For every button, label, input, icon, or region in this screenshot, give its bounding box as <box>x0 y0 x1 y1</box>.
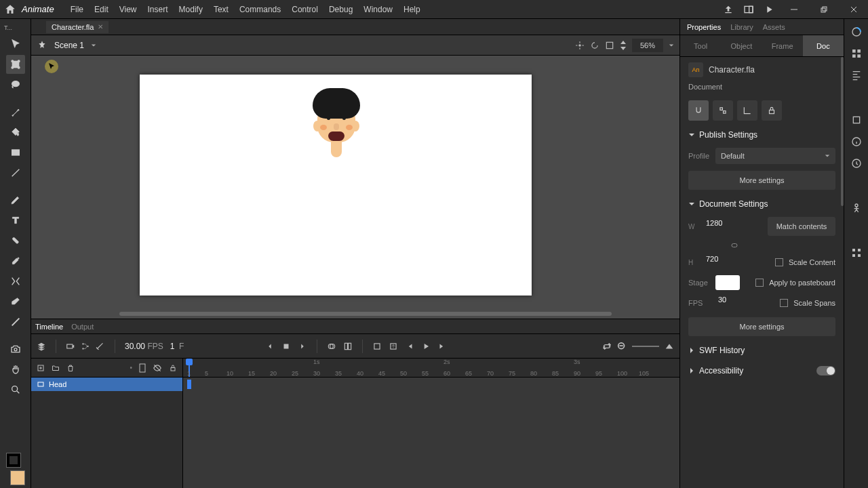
loop-icon[interactable] <box>602 342 612 351</box>
window-close[interactable] <box>844 3 864 16</box>
accessibility-toggle[interactable] <box>816 366 835 375</box>
visibility-icon[interactable] <box>153 363 162 373</box>
play-icon[interactable] <box>421 342 431 351</box>
timeline-zoom-slider[interactable] <box>632 346 659 347</box>
section-accessibility[interactable]: Accessibility <box>680 361 844 381</box>
canvas[interactable] <box>140 75 532 296</box>
fit-timeline-icon[interactable] <box>665 342 674 351</box>
profile-select[interactable]: Default <box>715 148 835 164</box>
step-back-icon[interactable] <box>265 342 275 351</box>
step-forward-icon[interactable] <box>298 342 307 351</box>
scale-spans-checkbox[interactable] <box>780 299 788 307</box>
close-icon[interactable]: ✕ <box>98 23 103 30</box>
paint-bucket-tool[interactable] <box>6 123 25 142</box>
edit-multiple-icon[interactable] <box>343 342 353 351</box>
height-input[interactable]: 720 <box>703 255 744 270</box>
menu-debug[interactable]: Debug <box>323 0 358 19</box>
match-contents-button[interactable]: Match contents <box>768 217 835 236</box>
lock-icon[interactable] <box>169 364 177 372</box>
fps-value[interactable]: 30.00 <box>125 342 145 351</box>
eraser-tool[interactable] <box>6 292 25 311</box>
fill-color-swatch[interactable] <box>10 470 25 485</box>
align-dock-icon[interactable] <box>850 69 863 81</box>
camera-icon[interactable] <box>66 342 75 351</box>
export-icon[interactable] <box>389 342 398 351</box>
menu-view[interactable]: View <box>114 0 142 19</box>
menu-commands[interactable]: Commands <box>234 0 286 19</box>
share-icon[interactable] <box>723 4 734 15</box>
swatches-dock-icon[interactable] <box>850 47 863 60</box>
pen-tool[interactable] <box>6 190 25 209</box>
section-document[interactable]: Document Settings <box>680 194 844 214</box>
zoom-tool[interactable] <box>6 380 25 399</box>
subtab-object[interactable]: Object <box>721 35 762 56</box>
section-swf-history[interactable]: SWF History <box>680 340 844 361</box>
width-tool[interactable] <box>6 312 25 331</box>
apply-pasteboard-checkbox[interactable] <box>755 279 764 287</box>
last-frame-icon[interactable] <box>437 342 447 351</box>
guides-button[interactable] <box>737 100 757 121</box>
tab-properties[interactable]: Properties <box>687 23 721 31</box>
zoom-out-icon[interactable] <box>617 342 627 351</box>
play-test-icon[interactable] <box>764 4 774 15</box>
first-frame-icon[interactable] <box>405 342 414 351</box>
rig-dock-icon[interactable] <box>850 202 863 214</box>
link-dimensions-icon[interactable] <box>730 241 738 249</box>
menu-window[interactable]: Window <box>358 0 398 19</box>
info-dock-icon[interactable] <box>850 136 863 148</box>
tab-timeline[interactable]: Timeline <box>35 323 63 331</box>
eyedropper-tool[interactable] <box>6 251 25 270</box>
character-head[interactable] <box>309 88 363 163</box>
menu-file[interactable]: File <box>65 0 89 19</box>
subtab-frame[interactable]: Frame <box>762 35 803 56</box>
fluid-brush-tool[interactable] <box>6 102 25 121</box>
document-tab[interactable]: Character.fla ✕ <box>46 21 108 33</box>
rotate-icon[interactable] <box>590 41 599 50</box>
layers-icon[interactable] <box>37 342 46 351</box>
frame-track[interactable] <box>183 378 679 488</box>
layer-parenting-icon[interactable] <box>81 342 90 351</box>
tab-library[interactable]: Library <box>730 23 753 31</box>
lock-button[interactable] <box>762 100 782 121</box>
doc-fps-input[interactable]: 30 <box>715 296 756 310</box>
zoom-stepper-icon[interactable] <box>620 41 627 50</box>
onion-skin-icon[interactable] <box>327 342 336 351</box>
selection-tool[interactable] <box>6 35 25 54</box>
transform-dock-icon[interactable] <box>850 114 863 126</box>
clip-icon[interactable] <box>605 41 614 50</box>
more-settings-doc-button[interactable]: More settings <box>688 317 835 336</box>
stage-color-swatch[interactable] <box>715 275 740 290</box>
frame-number[interactable]: 1 <box>170 342 175 351</box>
stroke-color-swatch[interactable] <box>6 453 21 468</box>
menu-insert[interactable]: Insert <box>142 0 174 19</box>
new-folder-icon[interactable] <box>52 364 60 372</box>
layout-icon[interactable] <box>743 4 754 15</box>
zoom-dropdown-icon[interactable] <box>669 43 674 48</box>
marker-icon[interactable] <box>372 342 382 351</box>
window-restore[interactable] <box>814 3 834 16</box>
section-publish[interactable]: Publish Settings <box>680 125 844 145</box>
components-dock-icon[interactable] <box>850 247 863 259</box>
new-layer-icon[interactable] <box>37 364 45 372</box>
rectangle-tool[interactable] <box>6 143 25 162</box>
menu-text[interactable]: Text <box>208 0 234 19</box>
hand-tool[interactable] <box>6 360 25 379</box>
advanced-layers-button[interactable] <box>713 100 733 121</box>
highlight-dot-icon[interactable]: • <box>130 364 132 371</box>
stage-area[interactable] <box>31 56 679 319</box>
home-icon[interactable] <box>4 3 16 16</box>
timeline-ruler[interactable]: 1s 2s 3s 1 5 10 15 20 25 30 35 40 45 50 … <box>183 359 679 377</box>
more-settings-publish-button[interactable]: More settings <box>688 171 835 190</box>
horizontal-scrollbar[interactable] <box>119 312 612 316</box>
tab-assets[interactable]: Assets <box>763 23 785 31</box>
history-dock-icon[interactable] <box>850 157 863 169</box>
lasso-tool[interactable] <box>6 75 25 94</box>
zoom-value[interactable]: 56% <box>632 39 663 52</box>
center-stage-icon[interactable] <box>575 41 585 50</box>
scene-name[interactable]: Scene 1 <box>54 41 84 50</box>
stop-icon[interactable] <box>281 342 291 351</box>
keyframe[interactable] <box>187 380 191 389</box>
window-minimize[interactable] <box>784 3 804 16</box>
subtab-tool[interactable]: Tool <box>680 35 721 56</box>
line-tool[interactable] <box>6 163 25 182</box>
